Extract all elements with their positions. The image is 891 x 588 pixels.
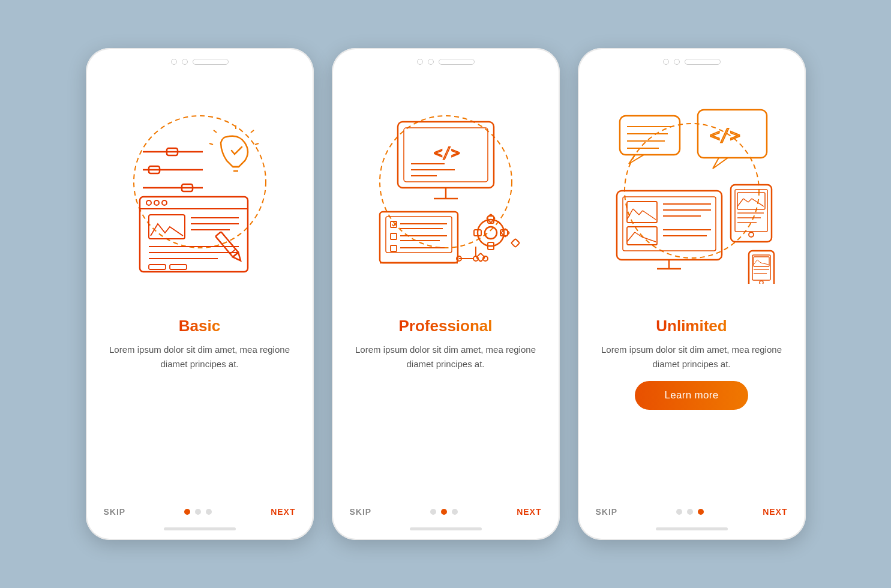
svg-marker-76 bbox=[713, 158, 728, 169]
svg-rect-14 bbox=[140, 197, 248, 272]
unlimited-svg: </> bbox=[602, 104, 782, 284]
bottom-nav-basic: SKIP NEXT bbox=[86, 497, 314, 521]
illustration-basic bbox=[86, 71, 314, 311]
skip-button-unlimited[interactable]: SKIP bbox=[596, 507, 618, 517]
phone-circle-1 bbox=[171, 59, 177, 65]
phone-handle-professional bbox=[410, 527, 482, 530]
phone-top-bar-professional bbox=[332, 48, 560, 71]
phone-handle-basic bbox=[164, 527, 236, 530]
svg-line-101 bbox=[748, 199, 752, 202]
svg-point-16 bbox=[146, 200, 151, 205]
dot-3-unlimited bbox=[698, 509, 704, 515]
basic-description: Lorem ipsum dolor sit dim amet, mea regi… bbox=[104, 343, 296, 371]
svg-line-84 bbox=[643, 211, 656, 220]
basic-svg bbox=[110, 104, 290, 284]
learn-more-button[interactable]: Learn more bbox=[635, 381, 749, 410]
svg-point-0 bbox=[134, 116, 266, 248]
svg-line-89 bbox=[627, 232, 635, 242]
svg-point-17 bbox=[154, 200, 159, 205]
phone-handle-unlimited bbox=[656, 527, 728, 530]
svg-line-13 bbox=[209, 143, 213, 145]
content-professional: Professional Lorem ipsum dolor sit dim a… bbox=[332, 311, 560, 371]
content-unlimited: Unlimited Lorem ipsum dolor sit dim amet… bbox=[578, 311, 806, 410]
svg-rect-108 bbox=[752, 255, 770, 280]
svg-line-81 bbox=[627, 209, 633, 220]
svg-rect-60 bbox=[511, 239, 519, 247]
svg-line-83 bbox=[639, 211, 643, 215]
svg-rect-41 bbox=[386, 217, 452, 253]
svg-rect-69 bbox=[620, 116, 680, 155]
svg-marker-29 bbox=[233, 253, 244, 263]
svg-point-54 bbox=[485, 227, 497, 239]
phone-circle-2 bbox=[674, 59, 680, 65]
bottom-nav-unlimited: SKIP NEXT bbox=[578, 497, 806, 521]
svg-line-99 bbox=[737, 199, 743, 206]
nav-dots-professional bbox=[430, 509, 458, 515]
svg-rect-50 bbox=[391, 245, 397, 251]
phone-circle-1 bbox=[663, 59, 669, 65]
phone-basic: Basic Lorem ipsum dolor sit dim amet, me… bbox=[86, 48, 314, 540]
phone-top-bar-unlimited bbox=[578, 48, 806, 71]
skip-button-professional[interactable]: SKIP bbox=[350, 507, 372, 517]
next-button-basic[interactable]: NEXT bbox=[271, 507, 295, 517]
svg-rect-19 bbox=[149, 215, 185, 239]
svg-point-115 bbox=[760, 281, 763, 284]
svg-line-91 bbox=[642, 237, 656, 242]
professional-svg: </> bbox=[356, 104, 536, 284]
nav-dots-unlimited bbox=[676, 509, 704, 515]
professional-description: Lorem ipsum dolor sit dim amet, mea regi… bbox=[350, 343, 542, 371]
phone-circle-2 bbox=[428, 59, 434, 65]
phone-circle-1 bbox=[417, 59, 423, 65]
dot-2-unlimited bbox=[687, 509, 693, 515]
svg-rect-47 bbox=[391, 233, 397, 239]
svg-point-18 bbox=[162, 200, 167, 205]
next-button-professional[interactable]: NEXT bbox=[517, 507, 541, 517]
dot-1-unlimited bbox=[676, 509, 682, 515]
illustration-unlimited: </> bbox=[578, 71, 806, 311]
dot-3-basic bbox=[206, 509, 212, 515]
svg-line-110 bbox=[754, 260, 757, 265]
svg-text:</>: </> bbox=[710, 125, 740, 145]
svg-point-106 bbox=[749, 232, 754, 237]
svg-line-82 bbox=[633, 209, 639, 215]
bottom-nav-professional: SKIP NEXT bbox=[332, 497, 560, 521]
svg-rect-26 bbox=[149, 265, 166, 269]
phone-pill bbox=[193, 59, 229, 65]
svg-rect-40 bbox=[380, 212, 458, 263]
phone-professional: </> bbox=[332, 48, 560, 540]
svg-line-12 bbox=[214, 130, 217, 133]
phone-unlimited: </> bbox=[578, 48, 806, 540]
phones-container: Basic Lorem ipsum dolor sit dim amet, me… bbox=[86, 48, 806, 540]
svg-text:</>: </> bbox=[434, 145, 460, 161]
illustration-professional: </> bbox=[332, 71, 560, 311]
phone-pill bbox=[439, 59, 475, 65]
dot-2-basic bbox=[195, 509, 201, 515]
dot-1-basic bbox=[184, 509, 190, 515]
svg-rect-27 bbox=[170, 265, 187, 269]
unlimited-title: Unlimited bbox=[656, 317, 727, 335]
dot-1-professional bbox=[430, 509, 436, 515]
basic-title: Basic bbox=[179, 317, 220, 335]
svg-line-100 bbox=[743, 199, 748, 202]
dot-3-professional bbox=[452, 509, 458, 515]
professional-title: Professional bbox=[398, 317, 492, 335]
svg-line-112 bbox=[761, 263, 769, 265]
svg-rect-79 bbox=[623, 197, 716, 251]
next-button-unlimited[interactable]: NEXT bbox=[763, 507, 787, 517]
phone-top-bar-basic bbox=[86, 48, 314, 71]
nav-dots-basic bbox=[184, 509, 212, 515]
content-basic: Basic Lorem ipsum dolor sit dim amet, me… bbox=[86, 311, 314, 371]
unlimited-description: Lorem ipsum dolor sit dim amet, mea regi… bbox=[596, 343, 788, 371]
svg-rect-97 bbox=[735, 190, 767, 232]
svg-marker-70 bbox=[629, 155, 644, 164]
phone-pill bbox=[685, 59, 721, 65]
svg-line-11 bbox=[255, 143, 259, 145]
svg-line-111 bbox=[757, 260, 761, 263]
phone-circle-2 bbox=[182, 59, 188, 65]
skip-button-basic[interactable]: SKIP bbox=[104, 507, 126, 517]
dot-2-professional bbox=[441, 509, 447, 515]
svg-line-10 bbox=[251, 130, 254, 133]
